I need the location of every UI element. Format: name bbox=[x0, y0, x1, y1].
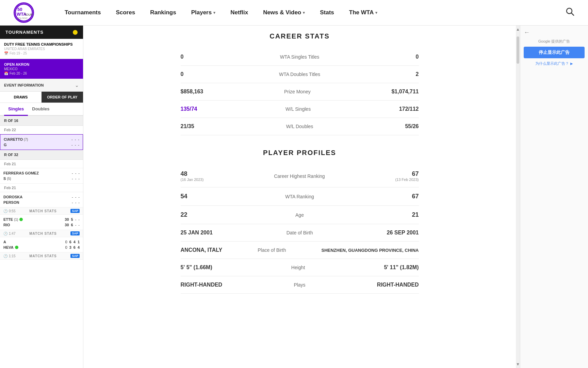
order-of-play-button[interactable]: Order Of Play bbox=[42, 92, 83, 103]
tournament-dates-active: 📅 Feb 20 - 26 bbox=[4, 72, 79, 75]
player-seed: (7) bbox=[24, 138, 28, 141]
sidebar-tournaments-header: TOURNAMENTS bbox=[0, 26, 83, 39]
stat-right-age: 21 bbox=[412, 211, 419, 218]
match-stats-label-1: MATCH STATS bbox=[29, 209, 56, 213]
calendar-icon: 📅 bbox=[4, 51, 8, 55]
stat-center-wta: WTA Ranking bbox=[187, 194, 412, 199]
news-chevron-icon: ▾ bbox=[303, 11, 305, 15]
live-player-1a: ETTE (1) 30 5 - - bbox=[3, 217, 80, 222]
stat-center-1: WTA Doubles Titles bbox=[183, 72, 415, 77]
scrollbar[interactable]: ▲ ▼ bbox=[516, 26, 520, 368]
stat-row-wl-doubles: 21/35 W/L Doubles 55/26 bbox=[181, 118, 419, 135]
nav-tournaments[interactable]: Tournaments bbox=[57, 0, 108, 26]
stat-row-age: 22 Age 21 bbox=[181, 206, 419, 224]
wta-chevron-icon: ▾ bbox=[375, 11, 377, 15]
player-name-ciaretto: CIARETTO (7) bbox=[4, 137, 28, 141]
match-row-r32-2[interactable]: DOROSKA --- PERSON --- bbox=[0, 192, 83, 208]
live-player-2b: HEVA 0 3 6 4 bbox=[3, 245, 80, 250]
score-r32-1b: --- bbox=[72, 177, 80, 181]
live-player-name-ette: ETTE (1) bbox=[3, 217, 18, 221]
tournament-item[interactable]: DUTY FREE TENNIS CHAMPIONSHIPS UNITED AR… bbox=[0, 39, 83, 59]
live-player-name-heva: HEVA bbox=[3, 245, 14, 249]
tab-doubles[interactable]: Doubles bbox=[28, 103, 53, 116]
sap-badge-2: SAP bbox=[70, 231, 80, 235]
svg-text:HOLOGIC: HOLOGIC bbox=[17, 17, 28, 19]
clock-icon-3: 🕐 bbox=[3, 254, 7, 258]
player-name-person: PERSON bbox=[3, 200, 19, 204]
logo[interactable]: 50 WTA TOUR HOLOGIC bbox=[14, 2, 37, 23]
search-button[interactable] bbox=[566, 7, 574, 18]
tournament-location-active: MEXICO bbox=[4, 67, 79, 71]
stat-center-0: WTA Singles Titles bbox=[183, 54, 415, 60]
stat-row-prize-money: $858,163 Prize Money $1,074,711 bbox=[181, 83, 419, 101]
stat-row-wta-ranking: 54 WTA Ranking 67 bbox=[181, 187, 419, 206]
stat-row-singles-titles: 0 WTA Singles Titles 0 bbox=[181, 48, 419, 66]
stat-center-2: Prize Money bbox=[203, 89, 391, 94]
stat-row-pob: ANCONA, ITALY Place of Birth SHENZHEN, G… bbox=[181, 242, 419, 259]
yellow-dot-icon bbox=[73, 30, 78, 35]
stat-right-3: 172/112 bbox=[399, 106, 419, 112]
nav-scores[interactable]: Scores bbox=[108, 0, 143, 26]
score-r32-2b: --- bbox=[72, 200, 80, 204]
player-row-doroska: DOROSKA --- bbox=[3, 194, 80, 200]
stat-center-3: W/L Singles bbox=[197, 106, 399, 112]
live-match-row-1[interactable]: ETTE (1) 30 5 - - RIO 30 6 - - bbox=[0, 215, 83, 230]
match-stats-label-2: MATCH STATS bbox=[29, 232, 56, 235]
tournament-item-active[interactable]: OPEN AKRON MEXICO 📅 Feb 20 - 26 bbox=[0, 59, 83, 79]
player-name-s: S (5) bbox=[3, 177, 11, 181]
stat-center-plays: Plays bbox=[222, 282, 377, 288]
match-date-r32-1: Feb 21 bbox=[0, 160, 83, 168]
green-dot-icon-2 bbox=[15, 246, 18, 249]
nav-netflix[interactable]: Netflix bbox=[223, 0, 256, 26]
stat-left-4: 21/35 bbox=[181, 123, 194, 129]
match-time-2: 🕐 1:47 bbox=[3, 232, 15, 235]
career-stats-title: CAREER STATS bbox=[104, 32, 495, 40]
match-time-3: 🕐 1:15 bbox=[3, 254, 15, 258]
tournament-name-active: OPEN AKRON bbox=[4, 62, 79, 66]
live-player-1b: RIO 30 6 - - bbox=[3, 222, 80, 228]
content-area: CAREER STATS 0 WTA Singles Titles 0 0 WT… bbox=[83, 26, 516, 368]
match-stats-row-3[interactable]: 🕐 1:15 MATCH STATS SAP bbox=[0, 252, 83, 260]
sidebar-tournaments-label: TOURNAMENTS bbox=[5, 30, 44, 35]
nav-players[interactable]: Players ▾ bbox=[184, 0, 223, 26]
stat-left-ranking: 48 (16 Jan 2023) bbox=[181, 170, 204, 182]
tab-singles[interactable]: Singles bbox=[4, 103, 28, 116]
stat-center-height: Height bbox=[212, 265, 384, 270]
ad-back-icon[interactable]: ← bbox=[524, 29, 530, 36]
career-stats-table: 0 WTA Singles Titles 0 0 WTA Doubles Tit… bbox=[181, 48, 419, 135]
nav-stats[interactable]: Stats bbox=[312, 0, 342, 26]
stat-center-4: W/L Doubles bbox=[194, 124, 405, 129]
stat-row-career-ranking: 48 (16 Jan 2023) Career Highest Ranking … bbox=[181, 165, 419, 187]
match-row-highlighted[interactable]: CIARETTO (7) - - - G - - - bbox=[0, 134, 83, 150]
ad-stop-button[interactable]: 停止显示此广告 bbox=[524, 47, 585, 58]
event-info-bar[interactable]: EVENT INFORMATION ⌄ bbox=[0, 79, 83, 92]
stat-row-doubles-titles: 0 WTA Doubles Titles 2 bbox=[181, 66, 419, 83]
match-date-r32-2: Feb 21 bbox=[0, 184, 83, 192]
player-profiles-table: 48 (16 Jan 2023) Career Highest Ranking … bbox=[181, 165, 419, 294]
draws-button[interactable]: Draws bbox=[0, 92, 42, 103]
stat-center-age: Age bbox=[187, 212, 412, 218]
live-match-row-2[interactable]: A 0 6 4 1 HEVA 0 3 6 4 bbox=[0, 237, 83, 252]
ad-play-icon: ▶ bbox=[570, 62, 573, 65]
match-stats-label-3: MATCH STATS bbox=[29, 254, 56, 258]
player-name-doroska: DOROSKA bbox=[3, 195, 22, 199]
stat-center-pob: Place of Birth bbox=[222, 247, 321, 253]
nav-the-wta[interactable]: The WTA ▾ bbox=[342, 0, 385, 26]
live-score-1a: 30 5 - - bbox=[65, 217, 80, 221]
calendar-active-icon: 📅 bbox=[4, 72, 8, 75]
clock-icon-2: 🕐 bbox=[3, 232, 7, 235]
nav-news-video[interactable]: News & Video ▾ bbox=[256, 0, 312, 26]
scrollbar-thumb[interactable] bbox=[517, 36, 519, 64]
singles-doubles-tabs: Singles Doubles bbox=[0, 103, 83, 116]
match-stats-row-1[interactable]: 🕐 0:55 MATCH STATS SAP bbox=[0, 208, 83, 215]
ad-why-button[interactable]: 为什么显示此广告？ ▶ bbox=[535, 61, 573, 66]
stat-right-pob: SHENZHEN, GUANGDONG PROVINCE, CHINA bbox=[321, 248, 419, 253]
tournament-dates: 📅 Feb 19 - 25 bbox=[4, 51, 79, 55]
stat-left-age: 22 bbox=[181, 211, 187, 218]
nav-rankings[interactable]: Rankings bbox=[143, 0, 184, 26]
stat-right-plays: RIGHT-HANDED bbox=[377, 282, 419, 288]
live-score-2a: 0 6 4 1 bbox=[65, 240, 80, 244]
stat-left-dob: 25 JAN 2001 bbox=[181, 230, 213, 236]
match-row-r32-1[interactable]: FERRERAS GOMEZ --- S (5) --- bbox=[0, 168, 83, 184]
match-stats-row-2[interactable]: 🕐 1:47 MATCH STATS SAP bbox=[0, 230, 83, 237]
